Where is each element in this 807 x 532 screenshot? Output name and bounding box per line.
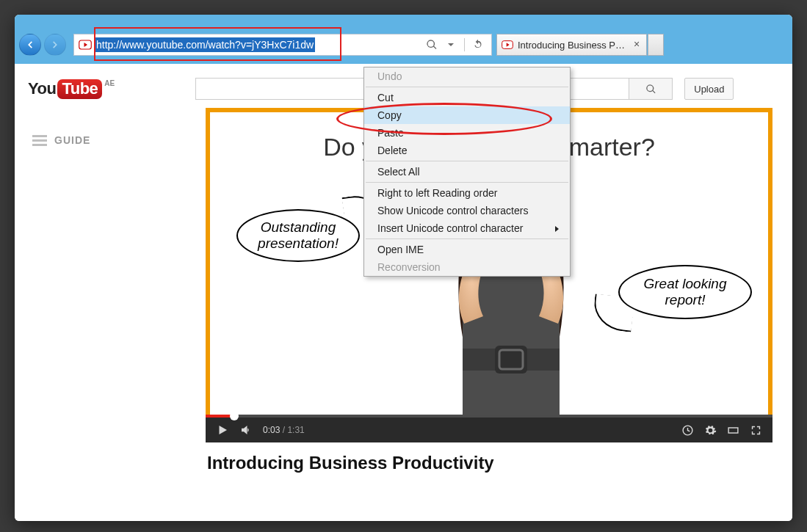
video-title: Introducing Business Productivity: [206, 442, 772, 476]
tab-close-button[interactable]: ×: [632, 39, 642, 51]
refresh-icon[interactable]: [472, 39, 484, 51]
upload-button[interactable]: Upload: [684, 78, 734, 100]
back-button[interactable]: [19, 34, 41, 56]
context-menu: Undo Cut Copy Paste Delete Select All Ri…: [363, 67, 571, 277]
speech-bubble-left: Outstanding presentation!: [236, 209, 360, 262]
svg-rect-8: [728, 427, 738, 432]
address-url[interactable]: http://www.youtube.com/watch?v=jY3HxC7i1…: [95, 37, 315, 52]
cm-show-unicode[interactable]: Show Unicode control characters: [364, 202, 570, 219]
cm-reconversion[interactable]: Reconversion: [364, 258, 570, 276]
progress-bar[interactable]: [206, 415, 772, 418]
cm-insert-unicode[interactable]: Insert Unicode control character: [364, 219, 570, 237]
fullscreen-icon[interactable]: [750, 424, 762, 437]
separator: [366, 238, 568, 239]
nav-button-group: [19, 34, 66, 56]
separator: [366, 87, 568, 87]
cm-open-ime[interactable]: Open IME: [364, 241, 570, 258]
arrow-left-icon: [25, 40, 35, 50]
volume-icon[interactable]: [239, 423, 253, 437]
separator: [366, 182, 568, 183]
arrow-right-icon: [50, 40, 60, 50]
time-current: 0:03: [263, 425, 280, 435]
separator: [366, 161, 568, 161]
cm-paste[interactable]: Paste: [364, 124, 570, 142]
search-icon[interactable]: [426, 39, 438, 51]
sidebar: GUIDE: [15, 105, 206, 476]
tab-title: Introducing Business Produ…: [518, 40, 627, 51]
logo-you: You: [28, 79, 56, 98]
browser-tab[interactable]: Introducing Business Produ… ×: [496, 34, 647, 56]
video-controls: 0:03 / 1:31: [206, 415, 772, 442]
theater-icon[interactable]: [727, 424, 739, 437]
hamburger-icon: [32, 135, 47, 146]
forward-button[interactable]: [44, 34, 66, 56]
guide-label: GUIDE: [54, 134, 90, 146]
submenu-arrow-icon: [554, 222, 560, 234]
progress-played: [206, 415, 234, 418]
cm-delete[interactable]: Delete: [364, 142, 570, 159]
settings-icon[interactable]: [704, 424, 717, 437]
watch-later-icon[interactable]: [681, 424, 694, 437]
cm-rtl[interactable]: Right to left Reading order: [364, 184, 570, 202]
cm-undo[interactable]: Undo: [364, 68, 570, 85]
logo-tube: Tube: [57, 79, 102, 99]
title-bar: http://www.youtube.com/watch?v=jY3HxC7i1…: [15, 15, 792, 64]
cm-cut[interactable]: Cut: [364, 89, 570, 106]
guide-button[interactable]: GUIDE: [32, 134, 206, 146]
cm-select-all[interactable]: Select All: [364, 163, 570, 181]
search-icon: [645, 84, 656, 95]
youtube-logo[interactable]: YouTube AE: [28, 79, 115, 99]
search-button[interactable]: [629, 78, 673, 100]
dropdown-icon[interactable]: [445, 39, 457, 51]
browser-window: http://www.youtube.com/watch?v=jY3HxC7i1…: [15, 15, 792, 521]
cm-copy[interactable]: Copy: [364, 106, 570, 124]
site-icon: [502, 40, 513, 50]
site-icon: [79, 38, 92, 51]
region-code: AE: [104, 79, 115, 87]
address-bar[interactable]: http://www.youtube.com/watch?v=jY3HxC7i1…: [73, 34, 492, 56]
speech-bubble-right: Great looking report!: [618, 265, 752, 319]
time-total: 1:31: [287, 425, 304, 435]
address-tools: [426, 38, 491, 51]
new-tab-button[interactable]: [648, 34, 664, 56]
divider: [464, 38, 465, 51]
time-display: 0:03 / 1:31: [263, 425, 305, 435]
play-icon[interactable]: [216, 423, 229, 437]
